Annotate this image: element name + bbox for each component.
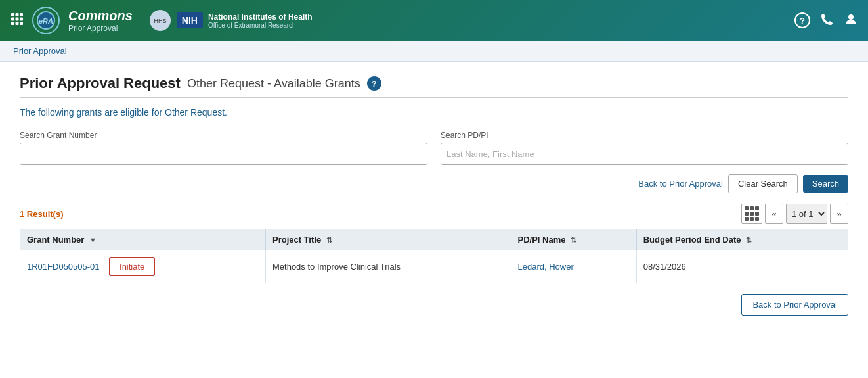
header-right: ? <box>794 12 857 29</box>
header-left: eRA Commons Prior Approval HHS NIH Natio… <box>11 6 313 35</box>
prev-page-button[interactable]: « <box>765 204 783 224</box>
pdpi-field: Search PD/PI <box>441 131 848 165</box>
page-subtitle: Other Request - Available Grants <box>187 77 360 91</box>
grant-number-label: Search Grant Number <box>20 131 427 140</box>
search-button[interactable]: Search <box>803 175 848 193</box>
svg-text:HHS: HHS <box>154 18 166 24</box>
page-help-icon[interactable]: ? <box>367 76 381 91</box>
svg-rect-4 <box>16 17 19 20</box>
svg-rect-8 <box>20 22 23 25</box>
col-project-title-sort-icon[interactable]: ⇅ <box>326 236 332 244</box>
col-budget-end-date-label: Budget Period End Date <box>643 235 741 245</box>
pdpi-name-link[interactable]: Ledard, Hower <box>518 262 574 272</box>
results-label: Result(s) <box>27 209 64 219</box>
col-grant-number-label: Grant Number <box>27 235 84 245</box>
page-divider <box>20 97 848 98</box>
svg-rect-6 <box>11 22 14 25</box>
results-number: 1 <box>20 209 24 219</box>
col-budget-end-date-sort-icon[interactable]: ⇅ <box>746 236 752 244</box>
col-pdpi-name: PD/PI Name ⇅ <box>511 229 636 250</box>
results-count: 1 Result(s) <box>20 209 63 219</box>
help-circle-icon[interactable]: ? <box>794 12 810 28</box>
results-header: 1 Result(s) « 1 of 1 » <box>20 204 848 224</box>
page-select[interactable]: 1 of 1 <box>786 204 827 224</box>
grant-number-field: Search Grant Number <box>20 131 427 165</box>
initiate-button[interactable]: Initiate <box>109 257 155 276</box>
page-title-row: Prior Approval Request Other Request - A… <box>20 75 848 92</box>
next-page-button[interactable]: » <box>830 204 848 224</box>
col-grant-number: Grant Number ▼ <box>20 229 266 250</box>
app-subtitle: Prior Approval <box>68 24 133 33</box>
svg-rect-5 <box>20 17 23 20</box>
main-content: Prior Approval Request Other Request - A… <box>0 62 868 329</box>
pdpi-input[interactable] <box>441 143 848 165</box>
grid-dots-icon <box>745 206 759 221</box>
header-divider <box>141 7 141 34</box>
pagination-controls: « 1 of 1 » <box>741 204 848 224</box>
page-title: Prior Approval Request <box>20 75 181 92</box>
phone-icon[interactable] <box>821 12 834 29</box>
eligibility-text: The following grants are eligible for Ot… <box>20 107 848 118</box>
nih-full-name: National Institutes of Health <box>208 12 313 22</box>
nih-text-block: National Institutes of Health Office of … <box>208 12 313 29</box>
user-icon[interactable] <box>844 12 857 29</box>
clear-search-button[interactable]: Clear Search <box>728 174 798 193</box>
grant-number-input[interactable] <box>20 143 427 165</box>
svg-rect-0 <box>11 13 14 16</box>
bottom-actions: Back to Prior Approval <box>20 294 848 316</box>
col-pdpi-name-label: PD/PI Name <box>518 235 566 245</box>
back-to-prior-approval-link[interactable]: Back to Prior Approval <box>638 179 723 189</box>
table-header-row: Grant Number ▼ Project Title ⇅ PD/PI Nam… <box>20 229 848 250</box>
grid-menu-icon[interactable] <box>11 12 24 29</box>
nih-sub-name: Office of Extramural Research <box>208 22 313 29</box>
col-grant-number-sort-icon[interactable]: ▼ <box>89 236 97 244</box>
bottom-back-button[interactable]: Back to Prior Approval <box>741 294 848 316</box>
svg-rect-3 <box>11 17 14 20</box>
col-project-title-label: Project Title <box>272 235 321 245</box>
era-logo: eRA <box>32 6 60 35</box>
search-fields-row: Search Grant Number Search PD/PI <box>20 131 848 165</box>
search-actions-row: Back to Prior Approval Clear Search Sear… <box>20 174 848 193</box>
cell-pdpi-name: Ledard, Hower <box>511 250 636 283</box>
app-name: Commons <box>68 9 133 24</box>
col-budget-end-date: Budget Period End Date ⇅ <box>636 229 848 250</box>
table-body: 1R01FD050505-01 Initiate Methods to Impr… <box>20 250 848 283</box>
breadcrumb-bar: Prior Approval <box>0 41 868 62</box>
breadcrumb-prior-approval[interactable]: Prior Approval <box>13 46 67 56</box>
app-header: eRA Commons Prior Approval HHS NIH Natio… <box>0 0 868 41</box>
table-header: Grant Number ▼ Project Title ⇅ PD/PI Nam… <box>20 229 848 250</box>
grid-view-button[interactable] <box>741 204 762 224</box>
table-row: 1R01FD050505-01 Initiate Methods to Impr… <box>20 250 848 283</box>
nih-logo-block: HHS NIH National Institutes of Health Of… <box>149 9 313 32</box>
svg-point-14 <box>848 14 854 20</box>
svg-text:eRA: eRA <box>39 17 53 25</box>
cell-grant-number: 1R01FD050505-01 Initiate <box>20 250 266 283</box>
grant-number-link[interactable]: 1R01FD050505-01 <box>27 262 100 272</box>
cell-project-title: Methods to Improve Clinical Trials <box>265 250 511 283</box>
app-title-block: Commons Prior Approval <box>68 9 133 33</box>
nih-badge: NIH <box>177 12 203 28</box>
svg-rect-7 <box>16 22 19 25</box>
col-pdpi-name-sort-icon[interactable]: ⇅ <box>571 236 576 244</box>
grants-table: Grant Number ▼ Project Title ⇅ PD/PI Nam… <box>20 229 848 283</box>
svg-rect-1 <box>16 13 19 16</box>
cell-budget-end-date: 08/31/2026 <box>636 250 848 283</box>
col-project-title: Project Title ⇅ <box>265 229 511 250</box>
pdpi-label: Search PD/PI <box>441 131 848 140</box>
svg-rect-2 <box>20 13 23 16</box>
